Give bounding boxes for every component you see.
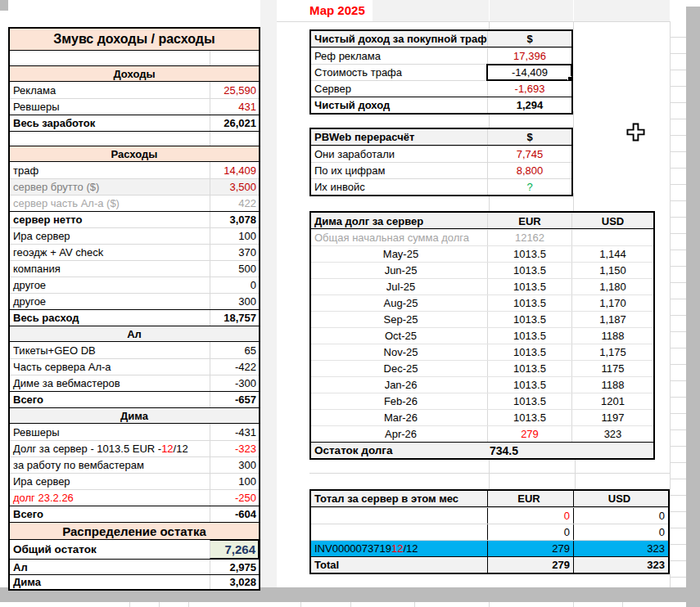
table-title[interactable]: Тотал за сервер в этом мес [311,491,487,506]
cell-value[interactable]: 3,028 [210,575,259,589]
cell-label[interactable]: Их инвойс [311,179,487,195]
cell-label[interactable]: Часть сервера Ал-а [10,359,210,375]
table-title[interactable]: Змувс доходы / расходы [10,29,259,50]
month-cell[interactable]: May-25 [311,246,487,262]
usd-cell[interactable]: 323 [571,426,653,442]
usd-cell[interactable]: 1,170 [571,295,653,311]
cell-label[interactable] [311,508,487,524]
cell-value[interactable] [571,443,653,458]
usd-cell[interactable]: 0 [573,524,668,540]
usd-cell[interactable]: 1188 [571,377,653,393]
cell-value[interactable]: -250 [210,490,259,506]
month-cell[interactable]: Jan-26 [311,377,487,393]
usd-cell[interactable]: 1,180 [571,279,653,295]
cell-value[interactable]: -300 [210,375,259,391]
usd-cell[interactable]: 1201 [571,393,653,409]
cell-label[interactable]: Долг за сервер - 1013.5 EUR - 12/12 [10,441,210,456]
table-title[interactable]: Дима долг за сервер [311,214,487,228]
cell-value[interactable]: 734.5 [487,443,571,458]
month-cell[interactable]: Dec-25 [311,361,487,376]
month-cell[interactable]: Jun-25 [311,263,487,278]
cell-value[interactable]: -422 [210,359,259,375]
month-cell[interactable]: Aug-25 [311,295,487,311]
cell-value[interactable]: 14,409 [210,162,259,178]
cell-value[interactable]: 7,745 [487,146,571,162]
cell-label[interactable]: INV0000073719 12/12 [311,541,487,556]
month-cell[interactable]: Sep-25 [311,312,487,327]
cell-label[interactable]: Реф реклама [311,48,487,64]
cell-label[interactable]: Тикеты+GEO DB [10,342,210,358]
usd-cell[interactable]: 323 [573,541,668,556]
cell-value[interactable]: 2,975 [210,560,259,574]
table-title[interactable]: PBWeb перерасчёт [311,129,487,145]
month-title[interactable]: Мар 2025 [309,3,365,17]
cell-label[interactable]: Ревшеры [10,99,210,115]
cell-label[interactable]: Весь расход [10,310,210,326]
cell-label[interactable] [10,51,210,65]
section-label[interactable]: Дима [10,408,259,423]
section-label[interactable]: Расходы [10,146,259,161]
usd-cell[interactable]: 1,150 [571,263,653,278]
cell-label[interactable]: траф [10,162,210,178]
total-remainder-cell[interactable]: 7,264 [210,540,259,559]
cell-label[interactable]: Ал [10,560,210,574]
month-cell[interactable]: Mar-26 [311,410,487,425]
usd-cell[interactable]: 1197 [571,410,653,425]
eur-cell[interactable]: 1013.5 [487,361,571,376]
cell-value[interactable]: -1,693 [487,81,571,97]
month-cell[interactable]: Jul-25 [311,279,487,295]
eur-column-header[interactable]: EUR [487,491,573,506]
section-label[interactable]: Доходы [10,66,259,81]
eur-cell[interactable]: 1013.5 [487,263,571,278]
cell-label[interactable]: Ира сервер [10,474,210,489]
eur-cell[interactable]: 1013.5 [487,377,571,393]
eur-cell[interactable]: 1013.5 [487,393,571,409]
usd-cell[interactable]: 1188 [571,328,653,344]
currency-header[interactable]: $ [487,129,571,145]
usd-cell[interactable]: 1175 [571,361,653,376]
cell-label[interactable]: геоэдж + AV check [10,245,210,260]
cell-label[interactable]: Общая начальная сумма долга [311,230,487,245]
month-cell[interactable]: Apr-26 [311,426,487,442]
cell-label[interactable]: Сервер [311,81,487,97]
cell-label[interactable]: По их цифрам [311,163,487,178]
cell-value[interactable]: 3,078 [210,212,259,227]
cell-value[interactable] [571,230,653,245]
eur-cell[interactable]: 1013.5 [487,312,571,327]
section-label[interactable]: Ал [10,326,259,341]
cell-label[interactable]: Весь заработок [10,115,210,131]
eur-cell[interactable]: 1013.5 [487,246,571,262]
cell-label[interactable]: Ира сервер [10,228,210,244]
usd-cell[interactable]: 1,187 [571,312,653,327]
cell-value[interactable]: 65 [210,342,259,358]
cell-label[interactable]: другое [10,277,210,293]
cell-value[interactable]: 25,590 [210,82,259,98]
cell-value[interactable] [210,51,259,65]
cell-label[interactable]: сервер брутто ($) [10,179,210,195]
eur-cell[interactable]: 279 [487,541,573,556]
eur-cell[interactable]: 1013.5 [487,344,571,360]
cell-value[interactable]: 18,757 [210,310,259,326]
cell-value[interactable]: 12162 [487,230,571,245]
cell-label[interactable]: за работу по вембастерам [10,457,210,473]
cell-label[interactable]: Всего [10,392,210,407]
eur-cell[interactable]: 0 [487,508,573,524]
month-cell[interactable]: Feb-26 [311,393,487,409]
cell-label[interactable] [311,524,487,540]
cell-value[interactable]: -657 [210,392,259,407]
cell-label[interactable]: Total [311,557,487,573]
eur-cell[interactable]: 1013.5 [487,279,571,295]
cell-label[interactable]: Реклама [10,82,210,98]
cell-value[interactable]: 100 [210,474,259,489]
cell-value[interactable]: 370 [210,245,259,260]
cell-value[interactable]: -431 [210,424,259,440]
cell-value[interactable]: ? [487,179,571,195]
cell-value[interactable] [210,132,259,146]
cell-label[interactable]: Всего [10,506,210,522]
cell-value[interactable]: 17,396 [487,48,571,64]
cell-value[interactable]: 422 [210,196,259,211]
table-title[interactable]: Чистый доход за покупной траф [311,31,487,47]
month-cell[interactable]: Oct-25 [311,328,487,344]
eur-cell[interactable]: 1013.5 [487,328,571,344]
cell-label[interactable]: Чистый доход [311,97,487,113]
